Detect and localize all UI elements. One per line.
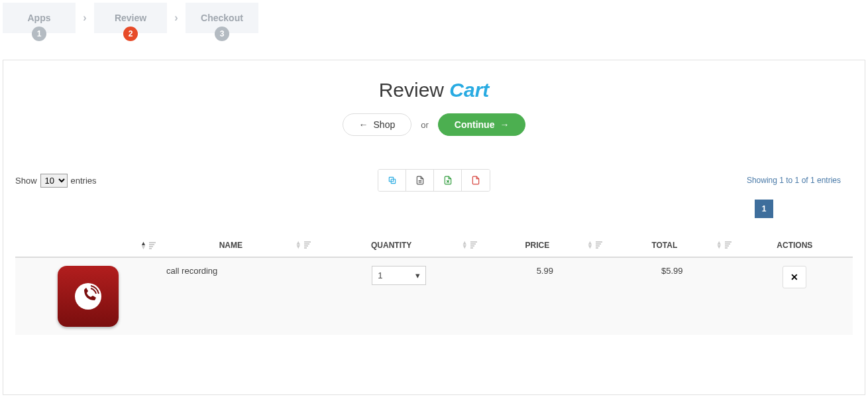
- sort-bars-icon: [149, 242, 156, 249]
- step-apps[interactable]: Apps 1: [3, 3, 76, 33]
- page-title: Review Cart: [15, 79, 853, 101]
- cell-name: call recording: [161, 257, 316, 335]
- col-price[interactable]: PRICE ▲▼: [482, 234, 608, 257]
- step-label: Apps: [28, 13, 51, 23]
- step-label: Review: [115, 13, 146, 23]
- cta-row: ← Shop or Continue →: [15, 113, 853, 136]
- step-checkout[interactable]: Checkout 3: [186, 3, 258, 33]
- or-text: or: [421, 120, 429, 130]
- showing-text: Showing 1 to 1 of 1 entries: [747, 176, 841, 185]
- arrow-left-icon: ←: [359, 119, 368, 130]
- show-entries: Show 10 entries: [15, 174, 97, 188]
- table-row: call recording 1 ▾ 5.99 $5.99 ✕: [15, 257, 853, 335]
- sort-bars-icon: [304, 241, 311, 249]
- file-text-icon: [415, 176, 425, 185]
- step-badge: 3: [215, 27, 229, 41]
- page-1[interactable]: 1: [755, 200, 773, 218]
- continue-button[interactable]: Continue →: [438, 113, 526, 136]
- chevron-right-icon: ›: [167, 9, 186, 27]
- title-accent: Cart: [449, 79, 489, 101]
- close-icon: ✕: [790, 272, 798, 282]
- step-label: Checkout: [201, 13, 243, 23]
- entries-suffix: entries: [71, 176, 97, 186]
- export-text-button[interactable]: [406, 170, 434, 191]
- cell-actions: ✕: [737, 257, 853, 335]
- sort-bars-icon: [596, 241, 602, 249]
- sort-bars-icon: [725, 241, 732, 249]
- export-excel-button[interactable]: [434, 170, 462, 191]
- caret-down-icon: ▾: [415, 270, 420, 280]
- export-pdf-button[interactable]: [462, 170, 490, 191]
- copy-icon: [388, 176, 397, 185]
- call-recording-app-icon: [58, 266, 119, 327]
- shop-button[interactable]: ← Shop: [343, 113, 412, 136]
- col-name[interactable]: NAME ▲▼: [161, 234, 316, 257]
- sort-bars-icon: [470, 241, 477, 249]
- col-quantity[interactable]: QUANTITY ▲▼: [316, 234, 482, 257]
- cart-table: ▲▼ NAME ▲▼ QUANTITY ▲▼: [15, 234, 853, 335]
- file-pdf-icon: [471, 176, 480, 185]
- arrow-right-icon: →: [500, 119, 509, 130]
- cell-total: $5.99: [608, 257, 737, 335]
- title-text: Review: [379, 79, 444, 101]
- col-total[interactable]: TOTAL ▲▼: [608, 234, 737, 257]
- export-buttons: [378, 169, 490, 192]
- cell-price: 5.99: [482, 257, 608, 335]
- phone-icon: [72, 280, 104, 312]
- col-blank[interactable]: ▲▼: [15, 234, 161, 257]
- quantity-select[interactable]: 1 ▾: [372, 266, 426, 285]
- shop-label: Shop: [374, 119, 396, 130]
- step-badge: 1: [32, 27, 46, 41]
- wizard-steps: Apps 1 › Review 2 › Checkout 3: [0, 0, 868, 33]
- step-badge: 2: [123, 27, 138, 41]
- review-cart-panel: Review Cart ← Shop or Continue → Show 10…: [3, 60, 865, 395]
- entries-select[interactable]: 10: [40, 174, 68, 188]
- chevron-right-icon: ›: [76, 9, 94, 27]
- col-actions: ACTIONS: [737, 234, 853, 257]
- continue-label: Continue: [455, 119, 495, 130]
- cell-quantity: 1 ▾: [316, 257, 482, 335]
- table-toolbar: Show 10 entries Showing 1 to 1 of 1 entr…: [15, 169, 853, 192]
- copy-button[interactable]: [378, 170, 406, 191]
- cell-icon: [15, 257, 161, 335]
- show-label: Show: [15, 176, 37, 186]
- step-review[interactable]: Review 2: [94, 3, 167, 33]
- remove-button[interactable]: ✕: [783, 266, 806, 288]
- pagination: 1: [15, 200, 853, 218]
- file-excel-icon: [443, 176, 453, 185]
